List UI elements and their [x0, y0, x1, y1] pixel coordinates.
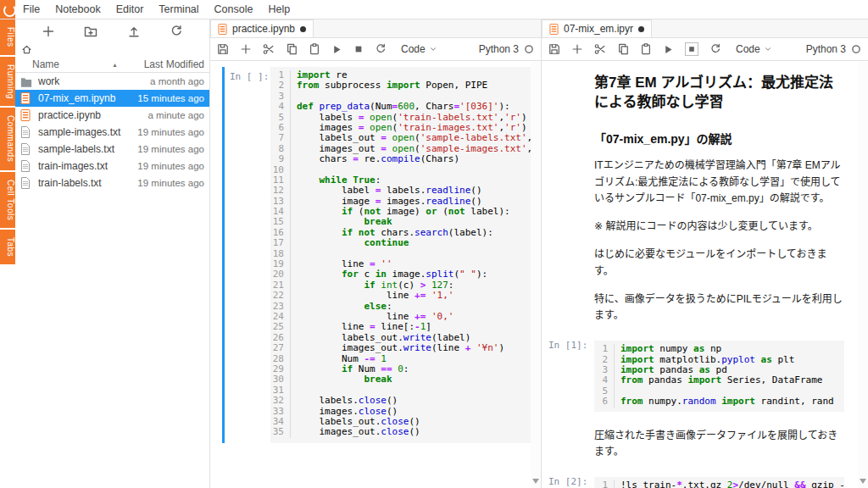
- sort-ascending-icon[interactable]: ▲: [112, 62, 118, 68]
- kernel-indicator[interactable]: Python 3: [806, 43, 861, 55]
- markdown-heading-2: 「07-mix_em.py」の解説: [594, 130, 844, 147]
- activity-sidebar: Files Running Commands Cell Tools Tabs: [0, 19, 15, 488]
- home-icon[interactable]: [21, 44, 32, 55]
- menu-file[interactable]: File: [15, 3, 47, 15]
- file-modified: 19 minutes ago: [137, 178, 204, 188]
- markdown-heading-1: 第7章 EM アルゴリズム：最尤推定法による教師なし学習: [594, 74, 844, 113]
- stop-kernel-button[interactable]: [353, 44, 364, 54]
- copy-cells-button[interactable]: [286, 43, 298, 55]
- cell-type-dropdown[interactable]: Code: [736, 43, 772, 55]
- notebook-toolbar: Code Python 3: [210, 38, 541, 61]
- code-editor[interactable]: 1!ls train-*.txt.gz 2>/dev/null && gzip …: [594, 477, 844, 488]
- copy-cells-button[interactable]: [617, 43, 629, 55]
- sidebar-tab-tabs[interactable]: Tabs: [0, 230, 15, 264]
- file-browser-panel: Name ▲ Last Modified work a month ago 07…: [15, 19, 210, 488]
- new-launcher-button[interactable]: [38, 22, 58, 41]
- file-name: sample-images.txt: [38, 126, 120, 138]
- run-cell-button[interactable]: [331, 44, 342, 55]
- sidebar-tab-files[interactable]: Files: [0, 19, 15, 55]
- folder-icon: [20, 75, 33, 88]
- text-file-icon: [20, 160, 33, 173]
- upload-button[interactable]: [124, 22, 144, 41]
- markdown-cell[interactable]: 圧縮された手書き画像データファイルを展開しておきます。: [542, 417, 858, 473]
- notebook-icon: [20, 109, 33, 122]
- sidebar-tab-commands[interactable]: Commands: [0, 108, 15, 169]
- paste-cells-button[interactable]: [309, 43, 320, 55]
- run-cell-button[interactable]: [663, 44, 674, 55]
- save-button[interactable]: [548, 43, 560, 55]
- markdown-cell[interactable]: 第7章 EM アルゴリズム：最尤推定法による教師なし学習 「07-mix_em.…: [542, 62, 858, 336]
- file-row[interactable]: sample-labels.txt 19 minutes ago: [15, 141, 209, 158]
- restart-kernel-button[interactable]: [375, 43, 387, 55]
- code-editor[interactable]: 1import re2from subprocess import Popen,…: [270, 67, 531, 443]
- markdown-paragraph: 特に、画像データを扱うためにPILモジュールを利用します。: [594, 291, 844, 325]
- jupyter-logo-icon: [0, 0, 15, 19]
- file-row[interactable]: train-labels.txt 19 minutes ago: [15, 175, 209, 191]
- file-row[interactable]: work a month ago: [15, 73, 209, 90]
- markdown-paragraph: ※ 解説用にコードの内容は少し変更しています。: [594, 219, 844, 236]
- file-name: sample-labels.txt: [38, 143, 114, 155]
- tab-practice-ipynb[interactable]: practice.ipynb: [210, 19, 314, 37]
- tab-bar: practice.ipynb: [210, 19, 541, 38]
- file-row[interactable]: sample-images.txt 19 minutes ago: [15, 124, 209, 141]
- sidebar-tab-cell-tools[interactable]: Cell Tools: [0, 172, 15, 228]
- menu-console[interactable]: Console: [207, 3, 261, 15]
- tab-label: practice.ipynb: [232, 23, 295, 35]
- column-last-modified[interactable]: Last Modified: [144, 58, 204, 70]
- file-modified: 15 minutes ago: [137, 93, 204, 103]
- paste-cells-button[interactable]: [640, 43, 652, 55]
- chevron-down-icon: [764, 45, 772, 53]
- markdown-paragraph: ITエンジニアための機械学習理論入門「第7章 EMアルゴリズム:最尤推定法による…: [594, 158, 844, 208]
- vertical-scrollbar[interactable]: [531, 62, 541, 488]
- text-file-icon: [20, 143, 33, 156]
- notebook-scroll-area[interactable]: In [ ]: 1import re2from subprocess impor…: [210, 62, 541, 488]
- refresh-files-button[interactable]: [166, 22, 186, 41]
- vertical-scrollbar[interactable]: [858, 62, 868, 488]
- file-list-header: Name ▲ Last Modified: [15, 57, 209, 73]
- file-name: train-labels.txt: [38, 177, 102, 189]
- file-row[interactable]: practice.ipynb a minute ago: [15, 107, 209, 124]
- file-row-selected[interactable]: 07-mix_em.ipynb 15 minutes ago: [15, 90, 209, 107]
- sidebar-tab-running[interactable]: Running: [0, 57, 15, 107]
- new-folder-button[interactable]: [81, 22, 101, 41]
- code-editor[interactable]: 1import numpy as np2import matplotlib.py…: [594, 341, 844, 411]
- file-row[interactable]: train-images.txt 19 minutes ago: [15, 158, 209, 175]
- cut-cells-button[interactable]: [594, 43, 606, 55]
- restart-kernel-button[interactable]: [709, 43, 721, 55]
- code-cell[interactable]: In [ ]: 1import re2from subprocess impor…: [210, 62, 541, 443]
- file-browser-toolbar: [15, 19, 209, 42]
- kernel-indicator[interactable]: Python 3: [479, 43, 534, 55]
- scroll-down-icon[interactable]: [860, 479, 866, 484]
- unsaved-changes-dot: [300, 26, 306, 32]
- menu-notebook[interactable]: Notebook: [47, 3, 108, 15]
- cell-prompt: In [1]:: [548, 336, 594, 416]
- markdown-paragraph: はじめに必要なモジュールをインポートしておきます。: [594, 247, 844, 280]
- cell-type-dropdown[interactable]: Code: [401, 43, 437, 55]
- add-cell-button[interactable]: [240, 43, 252, 55]
- file-name: work: [38, 75, 59, 87]
- save-button[interactable]: [217, 43, 229, 55]
- kernel-name: Python 3: [479, 43, 519, 55]
- stop-kernel-button[interactable]: [685, 42, 698, 56]
- code-cell[interactable]: In [1]: 1import numpy as np2import matpl…: [542, 336, 858, 416]
- menu-editor[interactable]: Editor: [108, 3, 152, 15]
- chevron-down-icon: [429, 45, 437, 53]
- file-modified: 19 minutes ago: [137, 161, 204, 171]
- cell-prompt: [548, 62, 594, 336]
- menu-terminal[interactable]: Terminal: [151, 3, 206, 15]
- file-name: practice.ipynb: [38, 109, 101, 121]
- text-file-icon: [20, 177, 33, 190]
- breadcrumb: [15, 42, 209, 57]
- menu-help[interactable]: Help: [260, 3, 298, 15]
- file-modified: 19 minutes ago: [137, 144, 204, 154]
- cut-cells-button[interactable]: [263, 43, 275, 55]
- scroll-down-icon[interactable]: [532, 479, 539, 484]
- add-cell-button[interactable]: [571, 43, 583, 55]
- column-name[interactable]: Name: [32, 58, 59, 70]
- notebook-icon: [20, 92, 33, 105]
- tab-07-mix-em-ipynb[interactable]: 07-mix_em.ipyr: [542, 19, 652, 37]
- notebook-scroll-area[interactable]: 第7章 EM アルゴリズム：最尤推定法による教師なし学習 「07-mix_em.…: [542, 62, 858, 488]
- cell-prompt: In [ ]:: [225, 67, 270, 443]
- code-cell[interactable]: In [2]: 1!ls train-*.txt.gz 2>/dev/null …: [542, 472, 858, 488]
- unsaved-changes-dot: [638, 26, 644, 32]
